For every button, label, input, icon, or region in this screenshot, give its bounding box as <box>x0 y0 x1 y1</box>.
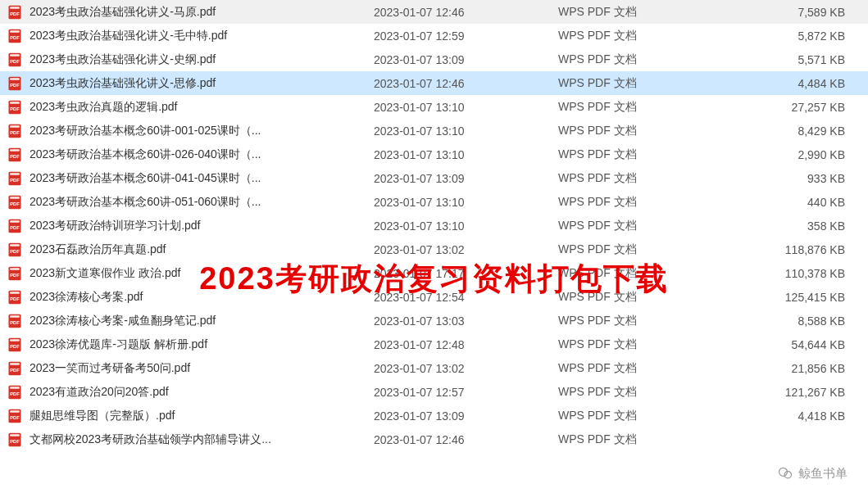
pdf-file-icon: PDF <box>7 289 23 305</box>
pdf-file-icon: PDF <box>7 432 23 448</box>
file-date: 2023-01-07 12:48 <box>374 338 558 351</box>
file-size: 4,484 KB <box>722 77 861 90</box>
file-row[interactable]: PDF2023有道政治20问20答.pdf2023-01-07 12:57WPS… <box>0 380 868 404</box>
file-type: WPS PDF 文档 <box>558 171 722 186</box>
svg-text:PDF: PDF <box>10 178 20 183</box>
file-row[interactable]: PDF2023考虫政治真题的逻辑.pdf2023-01-07 13:10WPS … <box>0 95 868 119</box>
pdf-file-icon: PDF <box>7 194 23 210</box>
pdf-file-icon: PDF <box>7 360 23 377</box>
file-name: 2023考虫政治基础强化讲义-思修.pdf <box>30 76 374 91</box>
file-row[interactable]: PDF2023考虫政治基础强化讲义-毛中特.pdf2023-01-07 12:5… <box>0 24 868 47</box>
pdf-file-icon: PDF <box>7 52 23 68</box>
svg-text:PDF: PDF <box>10 106 20 111</box>
svg-text:PDF: PDF <box>10 11 20 16</box>
file-row[interactable]: PDF2023石磊政治历年真题.pdf2023-01-07 13:02WPS P… <box>0 237 868 261</box>
file-row[interactable]: PDF2023新文道寒假作业 政治.pdf2023-01-07 17:17WPS… <box>0 261 868 285</box>
svg-rect-31 <box>10 244 20 246</box>
file-type: WPS PDF 文档 <box>558 124 722 138</box>
file-row[interactable]: PDF2023徐涛核心考案.pdf2023-01-07 12:54WPS PDF… <box>0 285 868 309</box>
svg-text:PDF: PDF <box>10 225 20 230</box>
svg-rect-40 <box>10 315 20 318</box>
file-name: 2023有道政治20问20答.pdf <box>30 385 374 400</box>
svg-rect-43 <box>10 339 20 341</box>
pdf-file-icon: PDF <box>7 218 23 234</box>
watermark-text: 鲸鱼书单 <box>798 466 848 482</box>
pdf-file-icon: PDF <box>7 170 23 187</box>
file-date: 2023-01-07 13:09 <box>374 172 558 185</box>
file-row[interactable]: PDF2023一笑而过考研备考50问.pdf2023-01-07 13:02WP… <box>0 356 868 380</box>
file-name: 2023考研政治特训班学习计划.pdf <box>30 219 374 233</box>
file-row[interactable]: PDF2023徐涛核心考案-咸鱼翻身笔记.pdf2023-01-07 13:03… <box>0 309 868 332</box>
pdf-file-icon: PDF <box>7 123 23 139</box>
svg-point-57 <box>779 468 788 476</box>
file-name: 腿姐思维导图（完整版）.pdf <box>30 409 374 423</box>
file-row[interactable]: PDF2023考研政治基本概念60讲-041-045课时（...2023-01-… <box>0 166 868 190</box>
file-name: 2023新文道寒假作业 政治.pdf <box>30 266 374 281</box>
svg-text:PDF: PDF <box>10 391 20 396</box>
file-date: 2023-01-07 17:17 <box>374 267 558 280</box>
file-date: 2023-01-07 12:57 <box>374 386 558 399</box>
file-date: 2023-01-07 13:02 <box>374 243 558 256</box>
svg-point-58 <box>784 472 791 478</box>
file-size: 27,257 KB <box>722 101 861 114</box>
file-name: 2023考研政治基本概念60讲-001-025课时（... <box>30 124 374 138</box>
pdf-file-icon: PDF <box>7 147 23 163</box>
file-type: WPS PDF 文档 <box>558 76 722 91</box>
svg-text:PDF: PDF <box>10 130 20 135</box>
file-size: 121,267 KB <box>722 386 861 399</box>
file-date: 2023-01-07 13:10 <box>374 148 558 161</box>
file-type: WPS PDF 文档 <box>558 29 722 43</box>
svg-rect-4 <box>10 30 20 33</box>
file-size: 125,415 KB <box>722 291 861 304</box>
pdf-file-icon: PDF <box>7 28 23 44</box>
svg-rect-46 <box>10 363 20 365</box>
pdf-file-icon: PDF <box>7 99 23 115</box>
file-name: 2023石磊政治历年真题.pdf <box>30 242 374 257</box>
svg-text:PDF: PDF <box>10 83 20 88</box>
file-type: WPS PDF 文档 <box>558 52 722 67</box>
file-size: 118,876 KB <box>722 243 861 256</box>
file-row[interactable]: PDF2023考研政治基本概念60讲-051-060课时（...2023-01-… <box>0 190 868 214</box>
file-name: 2023考研政治基本概念60讲-041-045课时（... <box>30 171 374 186</box>
file-date: 2023-01-07 13:10 <box>374 124 558 138</box>
file-name: 2023考虫政治基础强化讲义-毛中特.pdf <box>30 29 374 43</box>
svg-text:PDF: PDF <box>10 35 20 40</box>
svg-rect-16 <box>10 125 20 128</box>
file-type: WPS PDF 文档 <box>558 361 722 376</box>
file-type: WPS PDF 文档 <box>558 147 722 162</box>
svg-rect-34 <box>10 268 20 270</box>
file-row[interactable]: PDF腿姐思维导图（完整版）.pdf2023-01-07 13:09WPS PD… <box>0 404 868 427</box>
file-size: 358 KB <box>722 219 861 233</box>
svg-text:PDF: PDF <box>10 415 20 420</box>
file-name: 2023徐涛优题库-习题版 解析册.pdf <box>30 337 374 352</box>
svg-text:PDF: PDF <box>10 201 20 206</box>
file-date: 2023-01-07 13:10 <box>374 101 558 114</box>
file-type: WPS PDF 文档 <box>558 432 722 447</box>
file-name: 2023徐涛核心考案-咸鱼翻身笔记.pdf <box>30 314 374 328</box>
file-name: 2023考研政治基本概念60讲-051-060课时（... <box>30 195 374 210</box>
file-row[interactable]: PDF2023考研政治基本概念60讲-026-040课时（...2023-01-… <box>0 142 868 166</box>
file-name: 2023一笑而过考研备考50问.pdf <box>30 361 374 376</box>
file-type: WPS PDF 文档 <box>558 100 722 115</box>
file-row[interactable]: PDF2023徐涛优题库-习题版 解析册.pdf2023-01-07 12:48… <box>0 332 868 356</box>
file-row[interactable]: PDF2023考虫政治基础强化讲义-马原.pdf2023-01-07 12:46… <box>0 0 868 24</box>
file-row[interactable]: PDF2023考研政治基本概念60讲-001-025课时（...2023-01-… <box>0 119 868 142</box>
svg-rect-19 <box>10 149 20 152</box>
svg-rect-10 <box>10 78 20 80</box>
file-date: 2023-01-07 13:09 <box>374 409 558 423</box>
file-row[interactable]: PDF2023考研政治特训班学习计划.pdf2023-01-07 13:10WP… <box>0 214 868 237</box>
svg-rect-37 <box>10 292 20 294</box>
svg-rect-25 <box>10 197 20 199</box>
file-size: 5,872 KB <box>722 29 861 43</box>
svg-text:PDF: PDF <box>10 296 20 301</box>
file-date: 2023-01-07 12:46 <box>374 433 558 446</box>
file-date: 2023-01-07 13:10 <box>374 196 558 209</box>
file-size: 54,644 KB <box>722 338 861 351</box>
file-row[interactable]: PDF2023考虫政治基础强化讲义-思修.pdf2023-01-07 12:46… <box>0 71 868 95</box>
file-type: WPS PDF 文档 <box>558 5 722 20</box>
file-row[interactable]: PDF文都网校2023考研政治基础领学内部辅导讲义...2023-01-07 1… <box>0 427 868 451</box>
file-date: 2023-01-07 13:10 <box>374 219 558 233</box>
file-name: 2023考虫政治真题的逻辑.pdf <box>30 100 374 115</box>
file-row[interactable]: PDF2023考虫政治基础强化讲义-史纲.pdf2023-01-07 13:09… <box>0 47 868 71</box>
svg-text:PDF: PDF <box>10 344 20 349</box>
